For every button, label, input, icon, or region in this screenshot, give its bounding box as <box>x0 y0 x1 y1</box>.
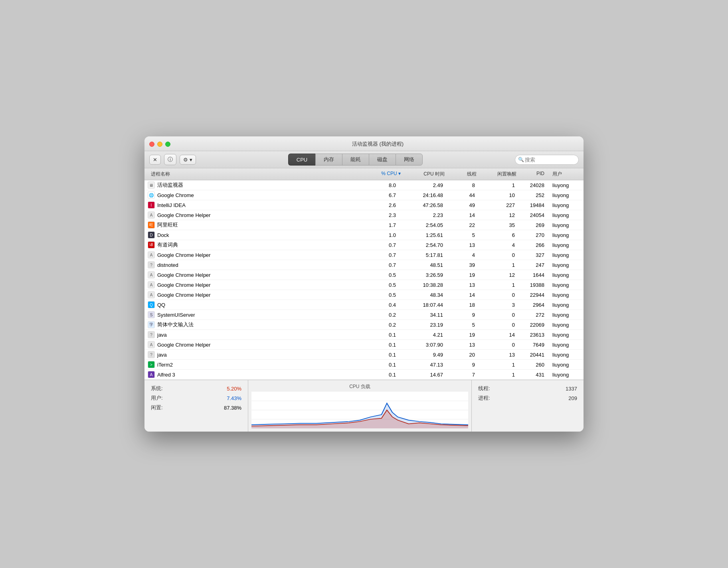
col-header-cputime[interactable]: CPU 时间 <box>404 170 448 178</box>
settings-button[interactable]: ⚙ ▾ <box>180 155 196 165</box>
col-header-pid[interactable]: PID <box>520 170 548 178</box>
table-row[interactable]: 🖥 活动监视器 8.0 2.49 8 1 24028 liuyong <box>144 180 584 190</box>
table-row[interactable]: 旺 阿里旺旺 1.7 2:54.05 22 35 269 liuyong <box>144 220 584 230</box>
info-button[interactable]: ⓘ <box>164 154 176 165</box>
proc-cpu: 0.5 <box>368 292 404 298</box>
proc-cpu: 0.1 <box>368 342 404 348</box>
table-row[interactable]: ? java 0.1 9.49 20 13 20441 liuyong <box>144 350 584 360</box>
proc-name-cell: A Google Chrome Helper <box>144 341 368 348</box>
proc-cputime: 2:54.05 <box>404 222 448 228</box>
proc-icon: Q <box>148 301 155 308</box>
proc-cpu: 0.1 <box>368 372 404 378</box>
proc-name-cell: 译 有道词典 <box>144 241 368 248</box>
proc-pid: 19388 <box>520 282 548 288</box>
proc-cpu: 0.7 <box>368 262 404 268</box>
table-row[interactable]: A Google Chrome Helper 0.1 3:07.90 13 0 … <box>144 340 584 350</box>
table-row[interactable]: 译 有道词典 0.7 2:54.70 13 4 266 liuyong <box>144 240 584 250</box>
proc-idle: 0 <box>480 322 520 328</box>
proc-threads: 5 <box>448 232 480 238</box>
table-row[interactable]: A Alfred 3 0.1 14.67 7 1 431 liuyong <box>144 370 584 380</box>
table-row[interactable]: I IntelliJ IDEA 2.6 47:26.58 49 227 1948… <box>144 200 584 210</box>
proc-pid: 272 <box>520 312 548 318</box>
tab-memory[interactable]: 内存 <box>315 154 342 166</box>
main-window: ✕ − + 活动监视器 (我的进程) ✕ ⓘ ⚙ ▾ CPU 内存 能耗 磁盘 … <box>144 136 584 432</box>
proc-idle: 1 <box>480 182 520 188</box>
threads-label: 线程: <box>478 385 490 392</box>
table-row[interactable]: A Google Chrome Helper 0.5 48.34 14 0 22… <box>144 290 584 300</box>
proc-threads: 8 <box>448 182 480 188</box>
proc-user: liuyong <box>548 202 584 208</box>
table-row[interactable]: A Google Chrome Helper 2.3 2.23 14 12 24… <box>144 210 584 220</box>
table-row[interactable]: > iTerm2 0.1 47.13 9 1 260 liuyong <box>144 360 584 370</box>
proc-icon: A <box>148 271 155 278</box>
proc-pid: 1644 <box>520 272 548 278</box>
col-header-cpu[interactable]: % CPU ▾ <box>368 170 404 178</box>
table-row[interactable]: 🌐 Google Chrome 6.7 24:16.48 44 10 252 l… <box>144 190 584 200</box>
tab-energy[interactable]: 能耗 <box>342 154 369 166</box>
maximize-button[interactable]: + <box>165 142 170 147</box>
search-wrapper: 🔍 <box>515 155 579 165</box>
table-row[interactable]: S SystemUIServer 0.2 34.11 9 0 272 liuyo… <box>144 310 584 320</box>
proc-cputime: 48.51 <box>404 262 448 268</box>
proc-cputime: 24:16.48 <box>404 192 448 198</box>
proc-icon: 旺 <box>148 221 155 229</box>
proc-name-cell: A Google Chrome Helper <box>144 251 368 258</box>
proc-threads: 49 <box>448 202 480 208</box>
proc-cputime: 3:26.59 <box>404 272 448 278</box>
proc-icon: 译 <box>148 241 155 248</box>
table-row[interactable]: Q QQ 0.4 18:07.44 18 3 2964 liuyong <box>144 300 584 310</box>
table-row[interactable]: ? java 0.1 4.21 19 14 23613 liuyong <box>144 330 584 340</box>
proc-icon: A <box>148 341 155 348</box>
tab-network[interactable]: 网络 <box>396 154 423 166</box>
proc-cpu: 6.7 <box>368 192 404 198</box>
minimize-button[interactable]: − <box>157 142 162 147</box>
proc-pid: 266 <box>520 242 548 248</box>
proc-cpu: 1.0 <box>368 232 404 238</box>
table-row[interactable]: ? distnoted 0.7 48.51 39 1 247 liuyong <box>144 260 584 270</box>
proc-cputime: 3:07.90 <box>404 342 448 348</box>
stats-panel: 系统: 5.20% 用户: 7.43% 闲置: 87.38% <box>144 380 248 432</box>
proc-idle: 227 <box>480 202 520 208</box>
proc-icon: 🖥 <box>148 181 155 189</box>
proc-user: liuyong <box>548 312 584 318</box>
proc-threads: 9 <box>448 312 480 318</box>
col-header-idle[interactable]: 闲置唤醒 <box>480 170 520 178</box>
proc-name-cell: I IntelliJ IDEA <box>144 201 368 209</box>
proc-threads: 39 <box>448 262 480 268</box>
col-header-user[interactable]: 用户 <box>548 170 584 178</box>
col-header-name[interactable]: 进程名称 <box>144 170 368 178</box>
chevron-down-icon: ▾ <box>190 157 192 163</box>
proc-threads: 13 <box>448 242 480 248</box>
tab-disk[interactable]: 磁盘 <box>369 154 396 166</box>
close-process-button[interactable]: ✕ <box>149 155 161 165</box>
proc-pid: 23613 <box>520 332 548 338</box>
proc-idle: 12 <box>480 212 520 218</box>
table-row[interactable]: A Google Chrome Helper 0.5 3:26.59 19 12… <box>144 270 584 280</box>
table-row[interactable]: 字 简体中文输入法 0.2 23.19 5 0 22069 liuyong <box>144 320 584 330</box>
proc-name-cell: D Dock <box>144 231 368 239</box>
proc-icon: I <box>148 201 155 209</box>
tab-cpu[interactable]: CPU <box>288 154 315 166</box>
col-header-threads[interactable]: 线程 <box>448 170 480 178</box>
table-row[interactable]: D Dock 1.0 1:25.61 5 6 270 liuyong <box>144 230 584 240</box>
proc-icon: A <box>148 281 155 288</box>
proc-user: liuyong <box>548 182 584 188</box>
proc-name-cell: A Google Chrome Helper <box>144 211 368 219</box>
proc-cputime: 9.49 <box>404 352 448 358</box>
table-row[interactable]: A Google Chrome Helper 0.7 5:17.81 4 0 3… <box>144 250 584 260</box>
proc-pid: 431 <box>520 372 548 378</box>
proc-user: liuyong <box>548 212 584 218</box>
search-input[interactable] <box>515 155 579 165</box>
proc-icon: A <box>148 371 155 378</box>
proc-name-cell: 🌐 Google Chrome <box>144 191 368 199</box>
close-button[interactable]: ✕ <box>149 142 154 147</box>
proc-cpu: 0.2 <box>368 322 404 328</box>
user-value: 7.43% <box>227 395 241 401</box>
proc-idle: 10 <box>480 192 520 198</box>
table-row[interactable]: A Google Chrome Helper 0.5 10:38.28 13 1… <box>144 280 584 290</box>
proc-name-cell: Q QQ <box>144 301 368 308</box>
proc-user: liuyong <box>548 242 584 248</box>
proc-icon: 🌐 <box>148 191 155 199</box>
proc-pid: 24028 <box>520 182 548 188</box>
process-list[interactable]: 🖥 活动监视器 8.0 2.49 8 1 24028 liuyong 🌐 Goo… <box>144 180 584 380</box>
